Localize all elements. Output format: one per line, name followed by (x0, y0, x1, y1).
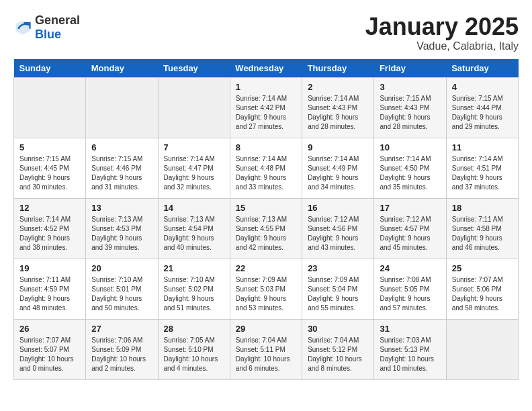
calendar-week-3: 12Sunrise: 7:14 AM Sunset: 4:52 PM Dayli… (14, 198, 519, 259)
day-number: 9 (308, 142, 368, 152)
day-number: 4 (452, 82, 513, 92)
logo-blue: Blue (35, 28, 61, 41)
day-number: 18 (452, 203, 513, 213)
calendar-cell: 2Sunrise: 7:14 AM Sunset: 4:43 PM Daylig… (302, 77, 374, 138)
day-info: Sunrise: 7:13 AM Sunset: 4:55 PM Dayligh… (236, 215, 296, 253)
day-info: Sunrise: 7:12 AM Sunset: 4:57 PM Dayligh… (380, 215, 440, 253)
calendar-cell: 30Sunrise: 7:04 AM Sunset: 5:12 PM Dayli… (302, 319, 374, 379)
logo-icon (13, 18, 32, 37)
calendar-week-5: 26Sunrise: 7:07 AM Sunset: 5:07 PM Dayli… (14, 319, 519, 379)
day-number: 24 (380, 263, 440, 273)
day-number: 21 (164, 263, 224, 273)
calendar-cell: 15Sunrise: 7:13 AM Sunset: 4:55 PM Dayli… (230, 198, 302, 259)
calendar-cell: 20Sunrise: 7:10 AM Sunset: 5:01 PM Dayli… (86, 259, 158, 319)
day-number: 11 (452, 142, 513, 152)
day-info: Sunrise: 7:05 AM Sunset: 5:10 PM Dayligh… (164, 336, 224, 373)
calendar-cell: 23Sunrise: 7:09 AM Sunset: 5:04 PM Dayli… (302, 259, 374, 319)
day-info: Sunrise: 7:15 AM Sunset: 4:46 PM Dayligh… (91, 154, 152, 192)
day-number: 15 (236, 203, 296, 213)
calendar-cell: 17Sunrise: 7:12 AM Sunset: 4:57 PM Dayli… (374, 198, 446, 259)
day-info: Sunrise: 7:13 AM Sunset: 4:53 PM Dayligh… (91, 215, 152, 253)
calendar-cell: 24Sunrise: 7:08 AM Sunset: 5:05 PM Dayli… (374, 259, 446, 319)
weekday-header-row: SundayMondayTuesdayWednesdayThursdayFrid… (14, 59, 519, 78)
day-number: 22 (236, 263, 296, 273)
weekday-header-wednesday: Wednesday (230, 59, 302, 78)
day-info: Sunrise: 7:07 AM Sunset: 5:07 PM Dayligh… (19, 336, 80, 373)
calendar-cell: 14Sunrise: 7:13 AM Sunset: 4:54 PM Dayli… (158, 198, 230, 259)
day-number: 26 (19, 324, 80, 334)
day-info: Sunrise: 7:15 AM Sunset: 4:43 PM Dayligh… (380, 94, 440, 132)
calendar-cell (446, 319, 518, 379)
day-number: 30 (308, 324, 368, 334)
day-number: 14 (164, 203, 224, 213)
calendar-cell: 25Sunrise: 7:07 AM Sunset: 5:06 PM Dayli… (446, 259, 518, 319)
calendar-cell: 31Sunrise: 7:03 AM Sunset: 5:13 PM Dayli… (374, 319, 446, 379)
calendar-cell: 11Sunrise: 7:14 AM Sunset: 4:51 PM Dayli… (446, 138, 518, 198)
calendar-cell: 5Sunrise: 7:15 AM Sunset: 4:45 PM Daylig… (14, 138, 86, 198)
day-info: Sunrise: 7:06 AM Sunset: 5:09 PM Dayligh… (91, 336, 152, 373)
day-info: Sunrise: 7:14 AM Sunset: 4:51 PM Dayligh… (452, 154, 513, 192)
day-number: 31 (380, 324, 440, 334)
calendar-cell (158, 77, 230, 138)
day-number: 3 (380, 82, 440, 92)
day-number: 8 (236, 142, 296, 152)
day-number: 27 (91, 324, 152, 334)
calendar-cell (86, 77, 158, 138)
day-number: 19 (19, 263, 80, 273)
weekday-header-monday: Monday (86, 59, 158, 78)
calendar-cell: 22Sunrise: 7:09 AM Sunset: 5:03 PM Dayli… (230, 259, 302, 319)
weekday-header-saturday: Saturday (446, 59, 518, 78)
day-number: 28 (164, 324, 224, 334)
day-info: Sunrise: 7:03 AM Sunset: 5:13 PM Dayligh… (380, 336, 440, 373)
day-info: Sunrise: 7:04 AM Sunset: 5:11 PM Dayligh… (236, 336, 296, 373)
day-number: 7 (164, 142, 224, 152)
calendar-cell: 18Sunrise: 7:11 AM Sunset: 4:58 PM Dayli… (446, 198, 518, 259)
logo-general: General (35, 13, 80, 27)
calendar-subtitle: Vadue, Calabria, Italy (365, 40, 519, 52)
day-info: Sunrise: 7:09 AM Sunset: 5:04 PM Dayligh… (308, 275, 368, 313)
calendar-cell: 3Sunrise: 7:15 AM Sunset: 4:43 PM Daylig… (374, 77, 446, 138)
day-number: 20 (91, 263, 152, 273)
day-info: Sunrise: 7:09 AM Sunset: 5:03 PM Dayligh… (236, 275, 296, 313)
calendar-cell: 6Sunrise: 7:15 AM Sunset: 4:46 PM Daylig… (86, 138, 158, 198)
weekday-header-thursday: Thursday (302, 59, 374, 78)
page-header: General Blue January 2025 Vadue, Calabri… (13, 13, 519, 52)
calendar-cell: 10Sunrise: 7:14 AM Sunset: 4:50 PM Dayli… (374, 138, 446, 198)
weekday-header-friday: Friday (374, 59, 446, 78)
day-info: Sunrise: 7:11 AM Sunset: 4:59 PM Dayligh… (19, 275, 80, 313)
day-info: Sunrise: 7:15 AM Sunset: 4:45 PM Dayligh… (19, 154, 80, 192)
day-number: 16 (308, 203, 368, 213)
calendar-title: January 2025 (365, 13, 519, 40)
calendar-cell: 9Sunrise: 7:14 AM Sunset: 4:49 PM Daylig… (302, 138, 374, 198)
day-number: 29 (236, 324, 296, 334)
calendar-cell: 29Sunrise: 7:04 AM Sunset: 5:11 PM Dayli… (230, 319, 302, 379)
day-number: 17 (380, 203, 440, 213)
calendar-cell: 13Sunrise: 7:13 AM Sunset: 4:53 PM Dayli… (86, 198, 158, 259)
calendar-cell: 1Sunrise: 7:14 AM Sunset: 4:42 PM Daylig… (230, 77, 302, 138)
calendar-week-4: 19Sunrise: 7:11 AM Sunset: 4:59 PM Dayli… (14, 259, 519, 319)
logo-text: General Blue (35, 13, 80, 42)
day-info: Sunrise: 7:08 AM Sunset: 5:05 PM Dayligh… (380, 275, 440, 313)
day-number: 2 (308, 82, 368, 92)
calendar-cell: 27Sunrise: 7:06 AM Sunset: 5:09 PM Dayli… (86, 319, 158, 379)
day-info: Sunrise: 7:11 AM Sunset: 4:58 PM Dayligh… (452, 215, 513, 253)
day-info: Sunrise: 7:14 AM Sunset: 4:47 PM Dayligh… (164, 154, 224, 192)
calendar-cell: 21Sunrise: 7:10 AM Sunset: 5:02 PM Dayli… (158, 259, 230, 319)
logo: General Blue (13, 13, 80, 42)
calendar-cell: 8Sunrise: 7:14 AM Sunset: 4:48 PM Daylig… (230, 138, 302, 198)
calendar-cell: 16Sunrise: 7:12 AM Sunset: 4:56 PM Dayli… (302, 198, 374, 259)
weekday-header-tuesday: Tuesday (158, 59, 230, 78)
calendar-week-1: 1Sunrise: 7:14 AM Sunset: 4:42 PM Daylig… (14, 77, 519, 138)
day-info: Sunrise: 7:13 AM Sunset: 4:54 PM Dayligh… (164, 215, 224, 253)
day-info: Sunrise: 7:07 AM Sunset: 5:06 PM Dayligh… (452, 275, 513, 313)
day-number: 6 (91, 142, 152, 152)
day-number: 13 (91, 203, 152, 213)
day-info: Sunrise: 7:14 AM Sunset: 4:43 PM Dayligh… (308, 94, 368, 132)
day-info: Sunrise: 7:14 AM Sunset: 4:49 PM Dayligh… (308, 154, 368, 192)
calendar-cell: 4Sunrise: 7:15 AM Sunset: 4:44 PM Daylig… (446, 77, 518, 138)
calendar-cell: 26Sunrise: 7:07 AM Sunset: 5:07 PM Dayli… (14, 319, 86, 379)
day-number: 12 (19, 203, 80, 213)
calendar-cell: 19Sunrise: 7:11 AM Sunset: 4:59 PM Dayli… (14, 259, 86, 319)
day-info: Sunrise: 7:14 AM Sunset: 4:52 PM Dayligh… (19, 215, 80, 253)
day-info: Sunrise: 7:14 AM Sunset: 4:48 PM Dayligh… (236, 154, 296, 192)
